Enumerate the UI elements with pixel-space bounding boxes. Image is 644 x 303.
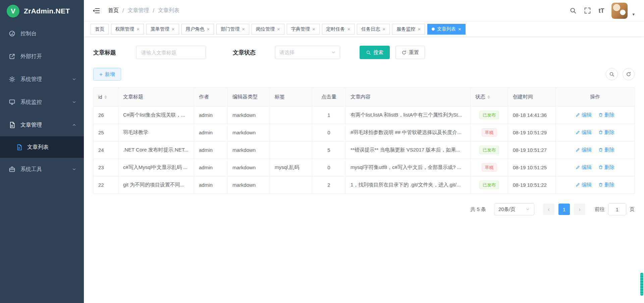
cell-content: mysql字符集utf8，c#写入中文后，全部显示成? ... xyxy=(346,159,471,176)
tab-label: 文章列表 xyxy=(437,26,456,32)
column-header-status[interactable]: 状态 xyxy=(471,88,508,106)
sidebar-item-external-open[interactable]: 外部打开 xyxy=(0,45,84,68)
cell-status: 已发布 xyxy=(471,106,508,124)
sort-icon[interactable] xyxy=(487,94,490,100)
close-icon[interactable]: × xyxy=(137,27,140,32)
external-link-icon xyxy=(9,53,15,60)
close-icon[interactable]: × xyxy=(172,27,175,32)
tab-label: 服务监控 xyxy=(396,26,415,32)
add-button[interactable]: + 新增 xyxy=(93,68,121,81)
sidebar-item-system-management[interactable]: 系统管理 xyxy=(0,68,84,91)
pencil-icon xyxy=(576,113,580,117)
sort-icon[interactable] xyxy=(104,94,107,100)
search-button-label: 搜索 xyxy=(373,49,383,56)
delete-button[interactable]: 删除 xyxy=(598,164,614,171)
article-title-input[interactable] xyxy=(136,46,206,59)
sidebar-item-system-tools[interactable]: 系统工具 xyxy=(0,158,84,181)
next-page-button[interactable]: › xyxy=(574,204,585,215)
toggle-search-button[interactable] xyxy=(606,68,618,80)
cell-status: 草稿 xyxy=(471,124,508,141)
close-icon[interactable]: × xyxy=(277,27,280,32)
search-button[interactable]: 搜索 xyxy=(360,46,390,59)
close-icon[interactable]: × xyxy=(458,27,461,32)
monitor-icon xyxy=(9,99,15,105)
avatar-dropdown-caret-icon[interactable]: ▾ xyxy=(632,12,635,19)
cell-status: 草稿 xyxy=(471,159,508,176)
font-size-button[interactable]: tT xyxy=(598,8,604,14)
sidebar-item-label: 系统监控 xyxy=(20,99,42,106)
tab-job-logs[interactable]: 任务日志 × xyxy=(357,24,390,35)
delete-button[interactable]: 删除 xyxy=(598,182,614,188)
tab-departments[interactable]: 部门管理 × xyxy=(216,24,249,35)
status-badge: 草稿 xyxy=(482,163,497,172)
column-header-title: 文章标题 xyxy=(118,88,194,106)
cell-title: 羽毛球教学 xyxy=(118,124,194,141)
breadcrumb-home[interactable]: 首页 xyxy=(108,7,119,14)
document-icon xyxy=(9,122,15,128)
goto-page-input[interactable] xyxy=(608,203,626,215)
close-icon[interactable]: × xyxy=(347,27,351,32)
reset-button[interactable]: 重置 xyxy=(395,46,425,59)
cell-editor-type: markdown xyxy=(228,124,270,141)
tab-permissions[interactable]: 权限管理 × xyxy=(111,24,144,35)
cell-author: admin xyxy=(194,124,228,141)
sidebar-toggle-button[interactable] xyxy=(93,7,100,14)
delete-button[interactable]: 删除 xyxy=(598,147,614,153)
tab-home[interactable]: 首页 xyxy=(91,24,109,35)
sidebar-item-label: 文章管理 xyxy=(20,122,42,129)
tab-label: 菜单管理 xyxy=(151,26,169,32)
sidebar-item-system-monitor[interactable]: 系统监控 xyxy=(0,91,84,114)
article-status-select[interactable]: 请选择 xyxy=(275,46,340,59)
page-size-select[interactable]: 20条/页 xyxy=(494,203,534,215)
tab-scheduled-jobs[interactable]: 定时任务 × xyxy=(322,24,355,35)
breadcrumb-article-list: 文章列表 xyxy=(158,7,179,14)
breadcrumb-article-management[interactable]: 文章管理 xyxy=(127,7,149,14)
sidebar-item-article-management[interactable]: 文章管理 xyxy=(0,114,84,136)
delete-button[interactable]: 删除 xyxy=(598,129,614,136)
column-header-id[interactable]: id xyxy=(94,88,118,106)
add-button-label: 新增 xyxy=(105,71,115,78)
chevron-down-icon xyxy=(72,100,76,104)
edit-button[interactable]: 编辑 xyxy=(576,164,592,171)
tab-posts[interactable]: 岗位管理 × xyxy=(252,24,284,35)
sidebar-item-article-list[interactable]: 文章列表 xyxy=(0,136,84,158)
sidebar-item-label: 系统工具 xyxy=(20,166,42,173)
tab-menus[interactable]: 菜单管理 × xyxy=(146,24,179,35)
document-icon xyxy=(16,144,22,150)
breadcrumb-separator: / xyxy=(122,8,124,14)
edit-button[interactable]: 编辑 xyxy=(576,112,592,118)
delete-button[interactable]: 删除 xyxy=(598,112,614,118)
cell-author: admin xyxy=(194,106,228,124)
cell-status: 已发布 xyxy=(471,176,508,194)
close-icon[interactable]: × xyxy=(418,27,421,32)
article-status-label: 文章状态 xyxy=(233,49,275,56)
prev-page-button[interactable]: ‹ xyxy=(543,204,554,215)
scrollbar-thumb[interactable] xyxy=(640,273,643,296)
close-icon[interactable]: × xyxy=(242,27,245,32)
page-number-button[interactable]: 1 xyxy=(558,204,570,215)
sidebar-item-dashboard[interactable]: 控制台 xyxy=(0,22,84,45)
edit-button[interactable]: 编辑 xyxy=(576,129,592,136)
fullscreen-button[interactable] xyxy=(584,7,591,14)
close-icon[interactable]: × xyxy=(382,27,385,32)
trash-icon xyxy=(598,130,603,135)
tab-service-monitor[interactable]: 服务监控 × xyxy=(392,24,425,35)
tab-dictionaries[interactable]: 字典管理 × xyxy=(287,24,320,35)
edit-button[interactable]: 编辑 xyxy=(576,147,592,153)
header-search-button[interactable] xyxy=(570,7,577,14)
tab-article-list[interactable]: 文章列表 × xyxy=(427,24,466,35)
cell-editor-type: markdown xyxy=(228,141,270,159)
tabs-bar: 首页 权限管理 × 菜单管理 × 用户角色 × 部门管理 × 岗位管理 × 字典… xyxy=(84,21,644,37)
tab-user-roles[interactable]: 用户角色 × xyxy=(181,24,214,35)
breadcrumb: 首页 / 文章管理 / 文章列表 xyxy=(108,7,179,14)
close-icon[interactable]: × xyxy=(207,27,210,32)
cell-id: 23 xyxy=(94,159,118,176)
cell-actions: 编辑 删除 xyxy=(556,176,635,194)
pagination: 共 5 条 20条/页 ‹ 1 › 前往 页 xyxy=(93,203,635,215)
edit-button[interactable]: 编辑 xyxy=(576,182,592,188)
cell-tags xyxy=(270,176,312,194)
refresh-table-button[interactable] xyxy=(623,68,635,80)
fullscreen-icon xyxy=(584,7,591,14)
close-icon[interactable]: × xyxy=(312,27,315,32)
avatar[interactable] xyxy=(611,3,628,19)
